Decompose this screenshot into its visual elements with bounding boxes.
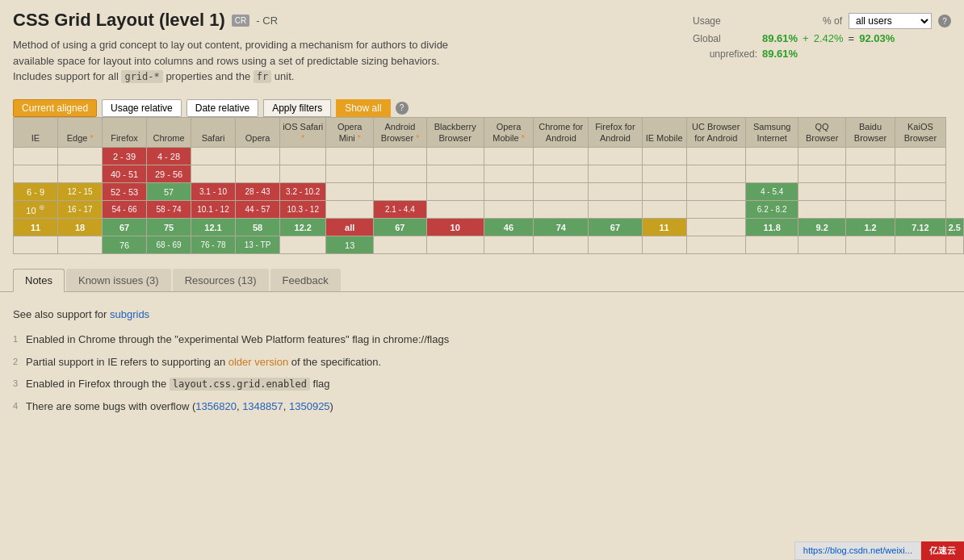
th-chrome-android: Chrome for Android (534, 117, 589, 148)
th-opera-mini: Opera Mini * (326, 117, 373, 148)
status-badge: CR (232, 15, 249, 27)
table-cell (14, 148, 58, 165)
user-type-select[interactable]: all users tracked users (849, 13, 932, 29)
date-relative-btn[interactable]: Date relative (187, 99, 258, 117)
table-cell (845, 165, 895, 183)
table-cell: 12.2 (280, 219, 326, 236)
table-cell (845, 236, 895, 254)
tab-known-issues[interactable]: Known issues (3) (66, 269, 171, 291)
table-cell: 3.1 - 10 (191, 183, 236, 201)
tab-feedback[interactable]: Feedback (270, 269, 341, 291)
table-cell: 58 (236, 219, 280, 236)
table-cell: 76 - 78 (191, 236, 236, 254)
th-android-browser: Android Browser * (373, 117, 426, 148)
code2: fr (254, 70, 271, 83)
note-3: 3 Enabled in Firefox through the layout.… (13, 374, 951, 394)
table-cell (236, 148, 280, 165)
table-cell (14, 165, 58, 183)
current-aligned-btn[interactable]: Current aligned (13, 99, 97, 117)
table-cell (589, 236, 642, 254)
table-cell: all (326, 219, 373, 236)
table-cell (326, 165, 373, 183)
note-1: 1 Enabled in Chrome through the "experim… (13, 330, 951, 349)
table-cell (280, 165, 326, 183)
table-cell: 9.2 (798, 219, 845, 236)
th-qq: QQ Browser (798, 117, 845, 148)
note-4-text: There are some bugs with overflow (13568… (26, 397, 333, 416)
show-all-btn[interactable]: Show all (336, 99, 390, 117)
th-baidu: Baidu Browser (845, 117, 895, 148)
note-num-1: 1 (13, 332, 23, 349)
table-cell (426, 236, 484, 254)
bug-link-2[interactable]: 1348857 (242, 400, 283, 412)
subgrids-link[interactable]: subgrids (110, 308, 149, 320)
table-cell (589, 183, 642, 201)
table-cell (484, 236, 534, 254)
th-ios-safari: iOS Safari * (280, 117, 326, 148)
table-cell (484, 183, 534, 201)
table-cell (895, 201, 945, 219)
table-cell: 2 - 39 (103, 148, 147, 165)
table-cell (642, 236, 686, 254)
tab-resources[interactable]: Resources (13) (173, 269, 269, 291)
table-cell (236, 165, 280, 183)
table-row: 76 68 - 69 76 - 78 13 - TP 13 (14, 236, 964, 254)
tab-notes[interactable]: Notes (13, 269, 65, 292)
table-cell: 11.8 (745, 219, 798, 236)
unprefixed-label: unprefixed: (693, 48, 757, 60)
table-cell (484, 148, 534, 165)
unprefixed-row: unprefixed: 89.61% (693, 48, 951, 60)
note-4: 4 There are some bugs with overflow (135… (13, 397, 951, 416)
table-cell: 10 ⊕ (14, 201, 58, 219)
table-cell (373, 165, 426, 183)
table-cell: 18 (58, 219, 103, 236)
description: Method of using a grid concept to lay ou… (13, 37, 449, 85)
title-row: CSS Grid Layout (level 1) CR - CR (13, 10, 449, 31)
table-cell (373, 148, 426, 165)
table-cell (945, 236, 963, 254)
note-num-2: 2 (13, 354, 23, 371)
table-cell (373, 236, 426, 254)
notes-section: See also support for subgrids 1 Enabled … (0, 292, 964, 432)
table-cell (484, 165, 534, 183)
older-version-link[interactable]: older version (228, 356, 288, 368)
note-2-text: Partial support in IE refers to supporti… (26, 353, 381, 371)
equals-sign: = (849, 32, 855, 44)
table-cell: 12 - 15 (58, 183, 103, 201)
global-label: Global (693, 33, 757, 44)
table-cell (895, 236, 945, 254)
note-2: 2 Partial support in IE refers to suppor… (13, 353, 951, 371)
table-cell (280, 236, 326, 254)
table-cell (373, 183, 426, 201)
note-num-3: 3 (13, 376, 23, 394)
table-cell (686, 165, 745, 183)
table-cell: 11 (14, 219, 58, 236)
table-cell (798, 148, 845, 165)
th-firefox: Firefox (103, 117, 147, 148)
th-chrome: Chrome (147, 117, 191, 148)
table-cell (534, 201, 589, 219)
usage-label: Usage (693, 15, 721, 27)
bug-link-1[interactable]: 1356820 (195, 400, 237, 412)
table-cell: 12.1 (191, 219, 236, 236)
table-cell (58, 148, 103, 165)
table-row: 40 - 51 29 - 56 (14, 165, 964, 183)
table-cell: 2.5 (945, 219, 963, 236)
table-cell: 52 - 53 (103, 183, 147, 201)
table-cell (798, 183, 845, 201)
usage-relative-btn[interactable]: Usage relative (102, 99, 182, 117)
table-cell: 6 - 9 (14, 183, 58, 201)
usage-help-button[interactable]: ? (938, 15, 951, 27)
table-row: 6 - 9 12 - 15 52 - 53 57 3.1 - 10 28 - 4… (14, 183, 964, 201)
table-cell: 67 (103, 219, 147, 236)
table-row: 2 - 39 4 - 28 (14, 148, 964, 165)
table-cell (798, 165, 845, 183)
table-cell (686, 219, 745, 236)
apply-filters-btn[interactable]: Apply filters (263, 99, 331, 117)
bug-link-3[interactable]: 1350925 (289, 400, 330, 412)
table-cell: 54 - 66 (103, 201, 147, 219)
th-blackberry: Blackberry Browser (426, 117, 484, 148)
table-cell (642, 165, 686, 183)
filter-help-btn[interactable]: ? (396, 102, 409, 115)
table-cell (589, 201, 642, 219)
